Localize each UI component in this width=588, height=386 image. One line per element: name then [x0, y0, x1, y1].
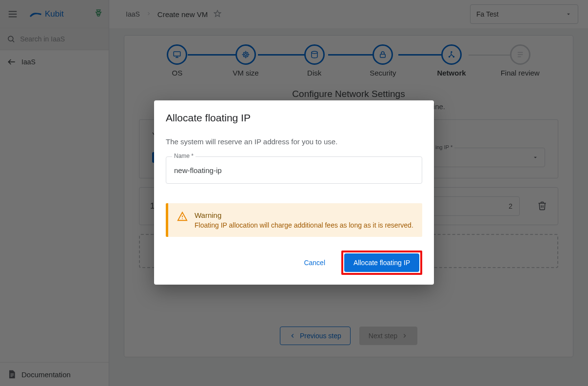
name-field[interactable]: Name * [166, 156, 422, 184]
modal-title: Allocate floating IP [166, 112, 422, 124]
name-label: Name * [172, 153, 196, 159]
allocate-floating-ip-button[interactable]: Allocate floating IP [344, 253, 419, 272]
modal-overlay[interactable]: Allocate floating IP The system will res… [0, 0, 588, 386]
cancel-button[interactable]: Cancel [294, 253, 334, 272]
name-input[interactable] [173, 166, 415, 175]
warning-banner: Warning Floating IP allocation will char… [166, 203, 422, 237]
modal-description: The system will reserve an IP address fo… [166, 137, 422, 146]
warning-message: Floating IP allocation will charge addit… [195, 221, 413, 229]
warning-icon [177, 211, 188, 222]
cancel-label: Cancel [304, 259, 325, 267]
svg-point-27 [182, 218, 183, 219]
warning-title: Warning [195, 211, 413, 219]
modal-actions: Cancel Allocate floating IP [166, 251, 422, 275]
confirm-label: Allocate floating IP [353, 259, 410, 267]
allocate-floating-ip-modal: Allocate floating IP The system will res… [154, 100, 434, 285]
highlight-ring: Allocate floating IP [341, 251, 422, 275]
